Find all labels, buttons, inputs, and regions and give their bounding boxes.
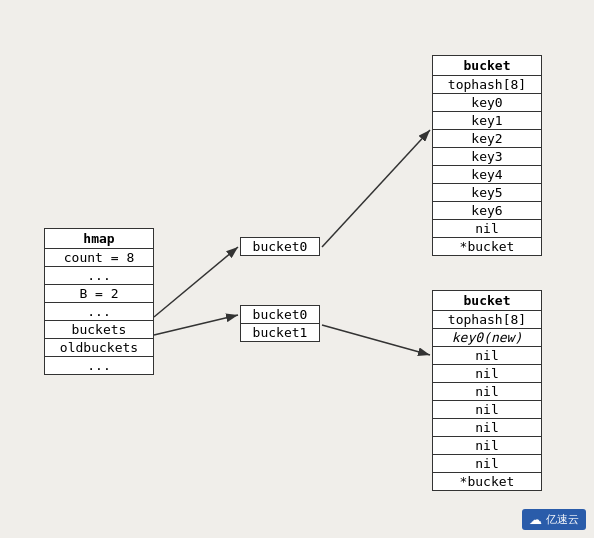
bucket0-label-box: bucket0 (240, 237, 320, 256)
overflow-labels-box: bucket0 bucket1 (240, 305, 320, 342)
svg-line-2 (154, 315, 238, 335)
bucket-bottom-nil3: nil (433, 383, 541, 401)
hmap-row-count: count = 8 (45, 249, 153, 267)
bucket-top-key1: key1 (433, 112, 541, 130)
bucket-bottom-nil4: nil (433, 401, 541, 419)
hmap-box: hmap count = 8 ... B = 2 ... buckets old… (44, 228, 154, 375)
bucket-top-box: bucket tophash[8] key0 key1 key2 key3 ke… (432, 55, 542, 256)
bucket-top-key3: key3 (433, 148, 541, 166)
overflow-label-bucket0: bucket0 (241, 306, 319, 324)
bucket-top-key0: key0 (433, 94, 541, 112)
svg-line-4 (322, 325, 430, 355)
bucket-bottom-header: bucket (433, 291, 541, 311)
bucket-bottom-tophash: tophash[8] (433, 311, 541, 329)
overflow-label-bucket1: bucket1 (241, 324, 319, 341)
bucket-bottom-key0new: key0(new) (433, 329, 541, 347)
svg-line-3 (322, 130, 430, 247)
bucket-top-key2: key2 (433, 130, 541, 148)
bucket-top-key5: key5 (433, 184, 541, 202)
hmap-header: hmap (45, 229, 153, 249)
hmap-row-dots2: ... (45, 303, 153, 321)
bucket-bottom-nil2: nil (433, 365, 541, 383)
bucket-bottom-nil5: nil (433, 419, 541, 437)
watermark-icon: ☁ (529, 512, 542, 527)
hmap-row-oldbuckets: oldbuckets (45, 339, 153, 357)
watermark: ☁ 亿速云 (522, 509, 586, 530)
bucket-bottom-nil7: nil (433, 455, 541, 473)
bucket-bottom-ptr: *bucket (433, 473, 541, 490)
svg-line-1 (154, 247, 238, 317)
bucket-top-key4: key4 (433, 166, 541, 184)
bucket-bottom-box: bucket tophash[8] key0(new) nil nil nil … (432, 290, 542, 491)
bucket-top-key6: key6 (433, 202, 541, 220)
hmap-row-buckets: buckets (45, 321, 153, 339)
bucket-top-header: bucket (433, 56, 541, 76)
watermark-text: 亿速云 (546, 512, 579, 527)
bucket-bottom-nil1: nil (433, 347, 541, 365)
bucket-top-ptr: *bucket (433, 238, 541, 255)
bucket-top-nil: nil (433, 220, 541, 238)
bucket-top-tophash: tophash[8] (433, 76, 541, 94)
bucket0-label-row: bucket0 (241, 238, 319, 255)
diagram-container: hmap count = 8 ... B = 2 ... buckets old… (0, 0, 594, 538)
hmap-row-dots1: ... (45, 267, 153, 285)
hmap-row-b: B = 2 (45, 285, 153, 303)
bucket-bottom-nil6: nil (433, 437, 541, 455)
hmap-row-dots3: ... (45, 357, 153, 374)
